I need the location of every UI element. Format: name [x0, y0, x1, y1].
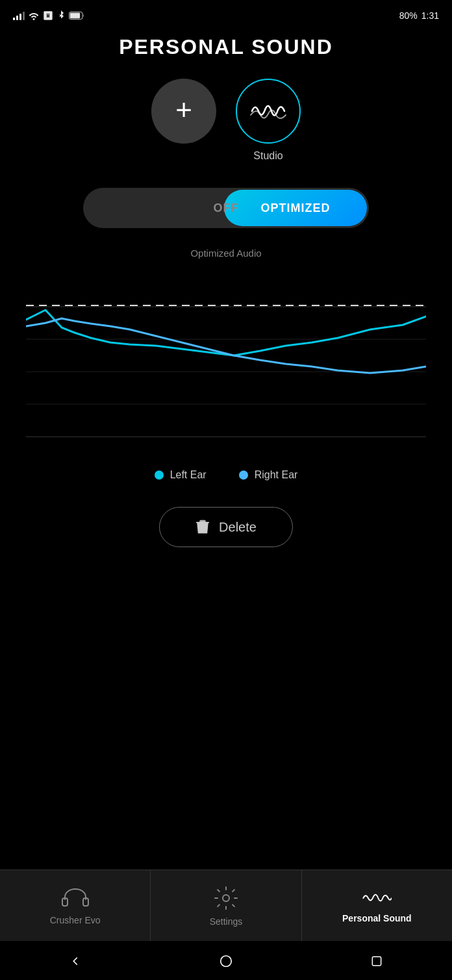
delete-btn-label: Delete	[219, 520, 257, 535]
bluetooth-icon	[56, 10, 66, 21]
bottom-nav: Crusher Evo Settings Personal Sound	[0, 870, 452, 941]
svg-point-15	[223, 895, 229, 901]
status-left	[13, 10, 84, 21]
nav-settings-label: Settings	[210, 916, 243, 927]
nav-crusher-evo-label: Crusher Evo	[50, 915, 101, 925]
page-title: PERSONAL SOUND	[119, 35, 333, 59]
sound-wave-icon	[362, 888, 392, 908]
status-bar: 80% 1:31	[0, 0, 452, 29]
wifi-icon	[28, 11, 40, 20]
home-button[interactable]	[213, 948, 239, 974]
android-nav-bar	[0, 942, 452, 980]
chart-legend: Left Ear Right Ear	[155, 469, 298, 481]
settings-icon	[213, 885, 239, 911]
trash-icon	[195, 519, 210, 535]
profile-studio-circle[interactable]	[236, 79, 301, 144]
nfc-icon	[43, 10, 53, 21]
battery-percent: 80%	[399, 10, 418, 21]
toggle-on-label: OPTIMIZED	[261, 201, 331, 215]
nav-personal-sound-label: Personal Sound	[342, 913, 412, 923]
left-ear-dot	[155, 471, 164, 480]
time: 1:31	[421, 10, 439, 21]
signal-icon	[13, 11, 25, 20]
audio-chart	[26, 268, 426, 450]
profile-studio-label: Studio	[253, 150, 282, 162]
profiles-row: + Studio	[151, 79, 301, 162]
nav-personal-sound[interactable]: Personal Sound	[302, 870, 452, 941]
plus-icon: +	[175, 96, 192, 124]
add-profile-button[interactable]: +	[151, 79, 216, 144]
waveform-icon	[249, 98, 288, 124]
svg-rect-17	[372, 957, 381, 965]
chart-subtitle: Optimized Audio	[190, 248, 261, 259]
svg-point-16	[221, 956, 232, 967]
mode-toggle[interactable]: OFF OPTIMIZED	[83, 188, 369, 228]
headphones-icon	[61, 886, 90, 910]
nav-crusher-evo[interactable]: Crusher Evo	[0, 870, 151, 941]
legend-left-ear: Left Ear	[155, 469, 207, 481]
legend-right-ear: Right Ear	[239, 469, 298, 481]
status-right: 80% 1:31	[399, 10, 439, 21]
recents-button[interactable]	[364, 948, 390, 974]
chart-svg	[26, 268, 426, 450]
nav-settings[interactable]: Settings	[151, 870, 301, 941]
profile-studio[interactable]: Studio	[236, 79, 301, 162]
back-button[interactable]	[62, 948, 88, 974]
right-ear-dot	[239, 471, 248, 480]
right-ear-label: Right Ear	[255, 469, 298, 481]
battery-icon	[69, 11, 84, 20]
svg-rect-1	[70, 13, 80, 19]
main-content: PERSONAL SOUND + Studio OFF OPTIMIZED Op…	[0, 29, 452, 586]
left-ear-label: Left Ear	[170, 469, 207, 481]
delete-button[interactable]: Delete	[159, 507, 293, 547]
